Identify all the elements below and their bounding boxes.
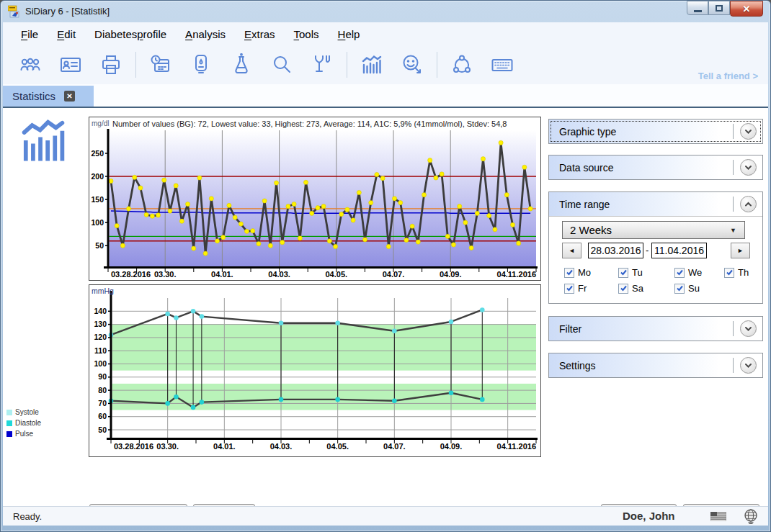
- previous-period-button[interactable]: ◄: [562, 243, 581, 258]
- svg-text:100: 100: [94, 359, 107, 368]
- svg-text:70: 70: [98, 399, 107, 407]
- nutrition-icon[interactable]: [311, 53, 334, 76]
- graphic-type-expand-button[interactable]: [740, 123, 757, 140]
- menu-help[interactable]: Help: [329, 25, 370, 43]
- toolbar-separator: [135, 52, 136, 78]
- svg-text:04.03.: 04.03.: [268, 270, 290, 279]
- chevron-down-icon: [744, 324, 753, 333]
- data-source-expand-button[interactable]: [740, 159, 757, 176]
- tab-close-icon[interactable]: ✕: [64, 91, 75, 102]
- svg-text:110: 110: [94, 346, 107, 355]
- weekday-checkbox-sa[interactable]: Sa: [618, 283, 674, 294]
- legend-item-pulse: Pulse: [6, 430, 41, 438]
- svg-text:200: 200: [91, 172, 104, 181]
- time-range-collapse-button[interactable]: [740, 196, 757, 212]
- settings-header[interactable]: Settings: [549, 353, 762, 377]
- glucose-chart: mg/dl Number of values (BG): 72, Lowest …: [89, 117, 541, 281]
- main-area: mg/dl Number of values (BG): 72, Lowest …: [3, 108, 768, 501]
- minimize-icon: [694, 10, 702, 12]
- statistics-icon[interactable]: [360, 53, 383, 76]
- weekday-checkbox-fr[interactable]: Fr: [564, 283, 618, 294]
- menu-tools[interactable]: Tools: [285, 25, 329, 43]
- time-range-preset-select[interactable]: 2 Weeks ▼: [562, 221, 745, 239]
- systole-swatch: [6, 410, 12, 415]
- keyboard-icon[interactable]: [491, 53, 514, 76]
- search-icon[interactable]: [270, 53, 293, 76]
- restore-button[interactable]: [708, 1, 730, 15]
- checkbox-checked-icon: [724, 268, 734, 278]
- weekday-checkbox-th[interactable]: Th: [724, 267, 753, 278]
- checkbox-checked-icon: [564, 268, 574, 278]
- settings-expand-button[interactable]: [740, 357, 757, 374]
- menu-diabetesprofile[interactable]: Diabetesprofile: [85, 25, 176, 43]
- checkbox-checked-icon: [564, 284, 574, 294]
- patient-name: Doe, John: [623, 510, 675, 522]
- svg-text:130: 130: [94, 320, 107, 328]
- svg-text:04.01.: 04.01.: [211, 270, 233, 279]
- next-period-button[interactable]: ►: [731, 243, 750, 258]
- svg-text:50: 50: [95, 241, 104, 250]
- filter-expand-button[interactable]: [740, 320, 757, 337]
- menu-edit[interactable]: Edit: [48, 25, 85, 43]
- section-time-range: Time range 2 Weeks ▼ ◄ 28.03.2016: [548, 191, 763, 304]
- svg-text:04.09.: 04.09.: [440, 442, 463, 451]
- close-window-button[interactable]: ✕: [730, 1, 763, 17]
- window-content: File Edit Diabetesprofile Analysis Extra…: [3, 22, 768, 526]
- time-range-header[interactable]: Time range: [549, 192, 762, 216]
- print-icon[interactable]: [99, 53, 122, 76]
- feedback-smiley-icon[interactable]: [401, 53, 424, 76]
- bp-legend: Systole Diastole Pulse: [6, 408, 41, 441]
- weekday-checkbox-su[interactable]: Su: [674, 283, 724, 294]
- graphic-type-header[interactable]: Graphic type: [549, 120, 762, 143]
- minimize-button[interactable]: [687, 1, 708, 15]
- window-title: SiDiary 6 - [Statistik]: [25, 6, 110, 17]
- statistics-view-icon: [17, 117, 69, 164]
- tell-a-friend-link[interactable]: Tell a friend >: [698, 71, 758, 81]
- menu-file[interactable]: File: [12, 25, 48, 43]
- app-window: SiDiary 6 - [Statistik] ✕ File Edit Diab…: [0, 0, 771, 532]
- app-icon: [8, 5, 21, 18]
- date-from-field[interactable]: 28.03.2016: [588, 243, 643, 258]
- svg-text:03.30.: 03.30.: [154, 270, 177, 279]
- svg-text:120: 120: [94, 333, 107, 341]
- checkbox-checked-icon: [674, 284, 685, 294]
- title-bar: SiDiary 6 - [Statistik] ✕: [1, 1, 770, 22]
- device-icon[interactable]: [190, 53, 213, 76]
- restore-icon: [716, 5, 723, 12]
- flag-icon[interactable]: [710, 512, 726, 521]
- weekday-checkbox-we[interactable]: We: [674, 267, 724, 278]
- filter-header[interactable]: Filter: [549, 317, 762, 341]
- svg-text:03.28.2016: 03.28.2016: [114, 442, 153, 451]
- menu-extras[interactable]: Extras: [235, 25, 285, 43]
- pulse-swatch: [6, 431, 12, 437]
- svg-text:03.28.2016: 03.28.2016: [111, 270, 151, 279]
- tab-statistics[interactable]: Statistics ✕: [3, 86, 94, 107]
- svg-text:80: 80: [98, 386, 107, 395]
- lab-flask-icon[interactable]: [230, 53, 253, 76]
- time-range-body: 2 Weeks ▼ ◄ 28.03.2016 - 11.04.2016 ► Mo…: [549, 216, 762, 303]
- weekday-checkbox-mo[interactable]: Mo: [564, 267, 618, 278]
- svg-text:60: 60: [98, 412, 107, 420]
- toolbar-separator: [437, 52, 437, 78]
- checkbox-checked-icon: [618, 268, 628, 278]
- menu-bar: File Edit Diabetesprofile Analysis Extra…: [3, 22, 768, 45]
- patient-card-icon[interactable]: [59, 53, 82, 76]
- svg-text:04.11.2016: 04.11.2016: [497, 442, 536, 451]
- chevron-down-icon: [744, 163, 753, 172]
- svg-text:50: 50: [98, 425, 107, 434]
- diastole-swatch: [6, 420, 12, 426]
- weekday-filter: Mo Tu We Th Fr Sa Su: [564, 267, 753, 294]
- weekday-checkbox-tu[interactable]: Tu: [618, 267, 674, 278]
- svg-text:04.09.: 04.09.: [440, 270, 462, 279]
- share-icon[interactable]: [450, 53, 473, 76]
- globe-icon[interactable]: [744, 509, 758, 525]
- menu-analysis[interactable]: Analysis: [176, 25, 235, 43]
- diary-calendar-icon[interactable]: [149, 53, 172, 76]
- date-to-field[interactable]: 11.04.2016: [651, 243, 707, 258]
- profiles-icon[interactable]: [19, 53, 42, 76]
- status-message: Ready.: [13, 511, 42, 522]
- data-source-header[interactable]: Data source: [549, 155, 762, 179]
- svg-text:100: 100: [91, 218, 104, 227]
- svg-text:04.07.: 04.07.: [383, 270, 405, 279]
- chevron-up-icon: [744, 199, 753, 209]
